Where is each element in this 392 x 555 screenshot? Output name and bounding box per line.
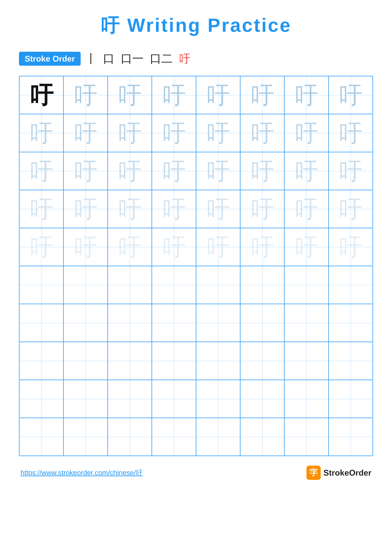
grid-cell[interactable]: 吁 (152, 190, 196, 228)
grid-cell[interactable]: 吁 (152, 228, 196, 266)
grid-cell[interactable]: 吁 (152, 76, 196, 114)
grid-cell[interactable] (196, 342, 240, 380)
grid-cell[interactable]: 吁 (328, 76, 373, 114)
stroke-order-row: Stroke Order 丨 口 口一 口二 吁 (19, 51, 373, 66)
grid-cell[interactable]: 吁 (284, 152, 328, 190)
grid-cell[interactable]: 吁 (196, 228, 240, 266)
practice-char: 吁 (196, 114, 240, 152)
practice-char: 吁 (329, 114, 372, 152)
grid-cell[interactable] (328, 304, 373, 342)
grid-cell[interactable]: 吁 (19, 114, 64, 152)
grid-cell[interactable] (19, 266, 64, 304)
stroke-step-3: 口一 (121, 51, 143, 66)
grid-cell[interactable] (19, 304, 64, 342)
grid-cell[interactable]: 吁 (240, 228, 284, 266)
grid-cell[interactable]: 吁 (64, 228, 107, 266)
grid-cell[interactable]: 吁 (19, 190, 64, 228)
grid-cell[interactable]: 吁 (196, 76, 240, 114)
grid-cell[interactable]: 吁 (108, 76, 152, 114)
grid-cell[interactable] (328, 342, 373, 380)
grid-cell[interactable] (64, 342, 107, 380)
footer-url[interactable]: https://www.strokeorder.com/chinese/吁 (21, 468, 143, 477)
grid-cell[interactable] (284, 342, 328, 380)
grid-cell[interactable] (328, 380, 373, 418)
grid-cell[interactable]: 吁 (240, 114, 284, 152)
grid-cell[interactable] (108, 342, 152, 380)
grid-cell[interactable] (284, 418, 328, 456)
grid-cell[interactable] (108, 266, 152, 304)
grid-cell[interactable]: 吁 (328, 152, 373, 190)
grid-cell[interactable] (152, 304, 196, 342)
grid-cell[interactable]: 吁 (328, 114, 373, 152)
footer-brand: 字 StrokeOrder (306, 466, 371, 480)
grid-cell[interactable]: 吁 (64, 190, 107, 228)
grid-cell[interactable]: 吁 (240, 190, 284, 228)
grid-cell[interactable] (64, 418, 107, 456)
grid-cell[interactable]: 吁 (108, 190, 152, 228)
practice-char: 吁 (329, 190, 372, 228)
grid-cell[interactable] (196, 380, 240, 418)
practice-char: 吁 (152, 152, 196, 190)
practice-char: 吁 (152, 114, 196, 152)
grid-cell[interactable] (196, 418, 240, 456)
grid-cell[interactable]: 吁 (64, 152, 107, 190)
grid-cell[interactable] (64, 304, 107, 342)
grid-cell[interactable]: 吁 (19, 152, 64, 190)
grid-cell[interactable] (328, 266, 373, 304)
grid-cell[interactable] (284, 380, 328, 418)
practice-char: 吁 (152, 228, 196, 266)
grid-cell[interactable] (64, 266, 107, 304)
practice-char: 吁 (241, 228, 284, 266)
grid-cell[interactable]: 吁 (284, 228, 328, 266)
grid-cell[interactable]: 吁 (19, 76, 64, 114)
grid-cell[interactable] (108, 380, 152, 418)
practice-char: 吁 (64, 228, 107, 266)
grid-cell[interactable]: 吁 (152, 152, 196, 190)
grid-cell[interactable]: 吁 (64, 76, 107, 114)
grid-cell[interactable] (196, 304, 240, 342)
grid-cell[interactable] (328, 418, 373, 456)
grid-cell[interactable] (64, 380, 107, 418)
grid-cell[interactable]: 吁 (196, 152, 240, 190)
grid-cell[interactable]: 吁 (19, 228, 64, 266)
grid-cell[interactable]: 吁 (284, 76, 328, 114)
grid-cell[interactable]: 吁 (108, 228, 152, 266)
grid-cell[interactable]: 吁 (108, 114, 152, 152)
grid-cell[interactable]: 吁 (108, 152, 152, 190)
grid-cell[interactable] (152, 266, 196, 304)
practice-char: 吁 (241, 152, 284, 190)
practice-char: 吁 (20, 190, 63, 228)
grid-cell[interactable]: 吁 (240, 152, 284, 190)
grid-cell[interactable]: 吁 (196, 114, 240, 152)
grid-cell[interactable] (19, 342, 64, 380)
grid-cell[interactable]: 吁 (64, 114, 107, 152)
grid-cell[interactable]: 吁 (284, 190, 328, 228)
grid-cell[interactable] (108, 418, 152, 456)
grid-cell[interactable] (240, 304, 284, 342)
grid-cell[interactable] (196, 266, 240, 304)
grid-cell[interactable]: 吁 (328, 190, 373, 228)
grid-cell[interactable] (152, 380, 196, 418)
grid-cell[interactable] (108, 304, 152, 342)
grid-cell[interactable] (284, 304, 328, 342)
stroke-step-2: 口 (103, 51, 114, 66)
grid-cell[interactable]: 吁 (152, 114, 196, 152)
practice-char: 吁 (64, 190, 107, 228)
grid-cell[interactable] (240, 380, 284, 418)
grid-cell[interactable] (240, 342, 284, 380)
grid-cell[interactable] (240, 266, 284, 304)
grid-cell[interactable] (152, 342, 196, 380)
page-title: 吁 Writing Practice (19, 13, 373, 38)
title-text: Writing Practice (121, 15, 292, 36)
grid-cell[interactable] (19, 418, 64, 456)
grid-cell[interactable] (152, 418, 196, 456)
grid-cell[interactable]: 吁 (328, 228, 373, 266)
practice-char: 吁 (329, 76, 372, 114)
grid-cell[interactable]: 吁 (284, 114, 328, 152)
stroke-step-4: 口二 (150, 51, 173, 66)
grid-cell[interactable]: 吁 (196, 190, 240, 228)
grid-cell[interactable] (240, 418, 284, 456)
grid-cell[interactable] (284, 266, 328, 304)
grid-cell[interactable] (19, 380, 64, 418)
grid-cell[interactable]: 吁 (240, 76, 284, 114)
